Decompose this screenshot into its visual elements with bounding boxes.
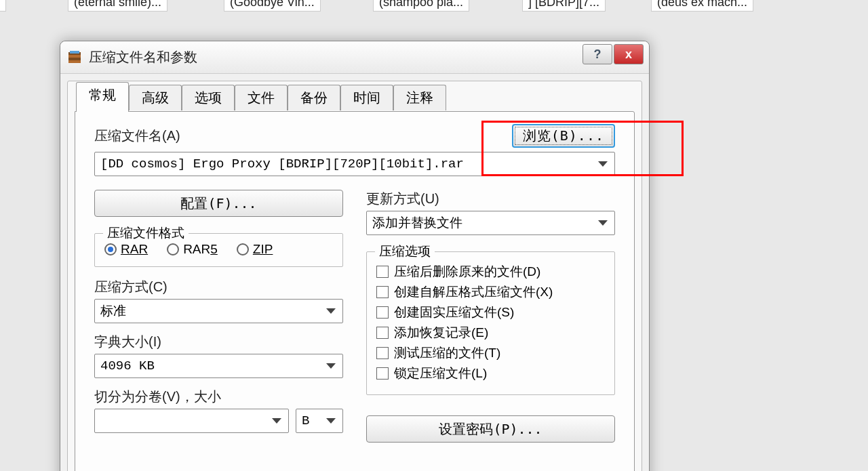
svg-rect-1 bbox=[68, 55, 81, 58]
desktop-file-chip[interactable]: (deus ex mach... bbox=[651, 0, 753, 12]
checkbox-icon bbox=[376, 347, 389, 359]
tab-advanced[interactable]: 高级 bbox=[129, 85, 182, 110]
split-size-combo[interactable] bbox=[94, 409, 289, 433]
checkbox-icon bbox=[376, 286, 389, 298]
radio-icon bbox=[104, 243, 117, 255]
desktop-file-chip[interactable]: (eternal smile)... bbox=[68, 0, 167, 12]
tab-time[interactable]: 时间 bbox=[340, 85, 393, 110]
option-lock[interactable]: 锁定压缩文件(L) bbox=[376, 365, 605, 382]
checkbox-icon bbox=[376, 327, 389, 339]
option-test[interactable]: 测试压缩的文件(T) bbox=[376, 344, 605, 362]
chevron-down-icon bbox=[326, 308, 336, 314]
tab-files[interactable]: 文件 bbox=[235, 85, 288, 110]
dictionary-size-label: 字典大小(I) bbox=[94, 333, 343, 351]
option-recovery[interactable]: 添加恢复记录(E) bbox=[376, 324, 605, 342]
format-radio-rar5[interactable]: RAR5 bbox=[167, 242, 218, 257]
desktop-file-chip[interactable]: ] [BDRIP][7... bbox=[522, 0, 606, 12]
tab-page-general: 压缩文件名(A) 浏览(B)... [DD cosmos] Ergo Proxy… bbox=[75, 111, 635, 471]
tab-backup[interactable]: 备份 bbox=[288, 85, 340, 110]
tab-strip: 常规 高级 选项 文件 备份 时间 注释 bbox=[68, 81, 642, 110]
update-mode-label: 更新方式(U) bbox=[366, 190, 615, 208]
set-password-button[interactable]: 设置密码(P)... bbox=[366, 415, 615, 443]
desktop-file-chip[interactable]: god)... bbox=[0, 0, 6, 12]
option-sfx[interactable]: 创建自解压格式压缩文件(X) bbox=[376, 283, 605, 301]
archive-name-combo[interactable]: [DD cosmos] Ergo Proxy [BDRIP][720P][10b… bbox=[94, 152, 615, 176]
winrar-icon bbox=[66, 49, 83, 66]
svg-rect-2 bbox=[68, 58, 81, 60]
update-mode-combo[interactable]: 添加并替换文件 bbox=[366, 211, 615, 235]
desktop-file-chip[interactable]: (Goodbye Vin... bbox=[224, 0, 321, 12]
svg-rect-4 bbox=[70, 51, 79, 54]
chevron-down-icon bbox=[326, 418, 336, 424]
dialog-body: 常规 高级 选项 文件 备份 时间 注释 压缩文件名(A) 浏览(B)... [… bbox=[67, 81, 642, 471]
right-column: 更新方式(U) 添加并替换文件 压缩选项 压缩后删除原来的文件(D) 创建自解压… bbox=[366, 190, 615, 443]
chevron-down-icon bbox=[598, 220, 608, 226]
chevron-down-icon bbox=[598, 161, 608, 167]
option-delete-after[interactable]: 压缩后删除原来的文件(D) bbox=[376, 263, 605, 281]
winrar-archive-dialog: 压缩文件名和参数 ? x 常规 高级 选项 文件 备份 时间 注释 压缩文件名(… bbox=[60, 41, 650, 471]
split-unit-combo[interactable]: B bbox=[296, 409, 343, 433]
close-button[interactable]: x bbox=[614, 44, 644, 64]
archive-name-label: 压缩文件名(A) bbox=[94, 127, 180, 145]
checkbox-icon bbox=[376, 266, 389, 278]
format-radio-rar[interactable]: RAR bbox=[104, 242, 148, 257]
archive-format-legend: 压缩文件格式 bbox=[103, 224, 189, 242]
tab-options[interactable]: 选项 bbox=[182, 85, 235, 110]
archive-name-value: [DD cosmos] Ergo Proxy [BDRIP][720P][10b… bbox=[100, 157, 464, 171]
split-volumes-label: 切分为分卷(V)，大小 bbox=[94, 388, 343, 406]
compression-method-label: 压缩方式(C) bbox=[94, 278, 343, 296]
radio-icon bbox=[167, 243, 179, 255]
dictionary-size-combo[interactable]: 4096 KB bbox=[94, 354, 343, 378]
titlebar[interactable]: 压缩文件名和参数 ? x bbox=[60, 41, 649, 74]
option-solid[interactable]: 创建固实压缩文件(S) bbox=[376, 304, 605, 321]
checkbox-icon bbox=[376, 367, 389, 380]
browse-button[interactable]: 浏览(B)... bbox=[512, 124, 615, 148]
profiles-button[interactable]: 配置(F)... bbox=[94, 190, 343, 217]
help-button[interactable]: ? bbox=[583, 44, 612, 64]
archive-options-legend: 压缩选项 bbox=[375, 243, 435, 260]
compression-method-combo[interactable]: 标准 bbox=[94, 299, 343, 323]
tab-comment[interactable]: 注释 bbox=[393, 85, 446, 110]
format-radio-zip[interactable]: ZIP bbox=[237, 242, 273, 257]
dialog-title: 压缩文件名和参数 bbox=[89, 48, 197, 66]
radio-icon bbox=[237, 243, 249, 255]
chevron-down-icon bbox=[272, 418, 281, 424]
checkbox-icon bbox=[376, 306, 389, 319]
svg-rect-3 bbox=[68, 60, 81, 63]
tab-general[interactable]: 常规 bbox=[76, 82, 129, 112]
chevron-down-icon bbox=[326, 363, 336, 369]
desktop-file-chip[interactable]: (shampoo pla... bbox=[373, 0, 469, 12]
left-column: 配置(F)... 压缩文件格式 RAR RAR5 bbox=[94, 190, 343, 443]
